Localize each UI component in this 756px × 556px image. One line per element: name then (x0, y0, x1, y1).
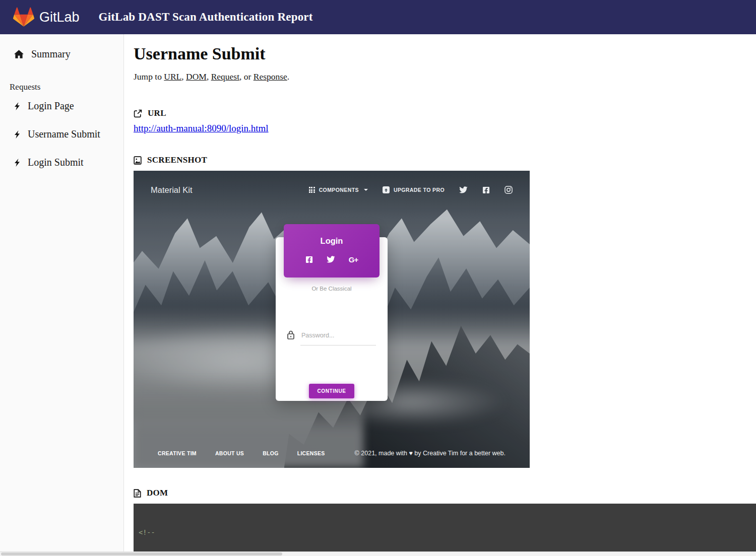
report-title: GitLab DAST Scan Authentication Report (99, 11, 313, 24)
grid-icon (309, 187, 315, 193)
embedded-copyright: © 2021, made with ♥ by Creative Tim for … (355, 450, 506, 457)
sidebar-item-login-page[interactable]: Login Page (0, 100, 123, 112)
jump-link-request[interactable]: Request (211, 72, 239, 82)
file-text-icon (134, 489, 141, 498)
embedded-components-menu: COMPONENTS (309, 187, 368, 193)
screenshot-section-label: SCREENSHOT (147, 155, 207, 165)
dom-section-header: DOM (134, 488, 756, 498)
embedded-login-card: Login G+ Or Be Classical (276, 237, 388, 401)
horizontal-scrollbar[interactable] (0, 551, 756, 556)
dom-code-block[interactable]: <!-- ===================================… (134, 504, 756, 551)
embedded-social-row: G+ (284, 255, 380, 264)
horizontal-scrollbar-thumb[interactable] (1, 552, 282, 555)
embedded-login-title: Login (284, 236, 380, 246)
instagram-icon (505, 186, 513, 194)
sidebar-item-login-submit[interactable]: Login Submit (0, 157, 123, 168)
embedded-upgrade-label: UPGRADE TO PRO (394, 187, 445, 193)
app-header: GitLab GitLab DAST Scan Authentication R… (0, 0, 756, 34)
embedded-footer-link: ABOUT US (215, 450, 244, 456)
twitter-icon (459, 186, 468, 194)
sidebar-item-label: Username Submit (28, 128, 100, 140)
screenshot-section-header: SCREENSHOT (134, 155, 756, 165)
url-section-header: URL (134, 108, 756, 118)
embedded-screenshot-image: Material Kit COMPONENTS UPGRADE TO PRO (134, 171, 530, 468)
facebook-icon (482, 186, 490, 194)
page-title: Username Submit (134, 44, 756, 63)
embedded-continue-button: CONTINUE (309, 384, 354, 398)
sidebar: Summary Requests Login Page Username Sub… (0, 34, 124, 551)
embedded-components-label: COMPONENTS (319, 187, 359, 193)
embedded-footer-links: CREATIVE TIM ABOUT US BLOG LICENSES (158, 450, 325, 456)
jump-links-line: Jump to URL, DOM, Request, or Response. (134, 72, 756, 82)
jump-link-dom[interactable]: DOM (186, 72, 207, 82)
gitlab-wordmark: GitLab (39, 10, 80, 25)
dom-section-label: DOM (147, 488, 168, 498)
embedded-footer-link: BLOG (263, 450, 279, 456)
sidebar-section-requests: Requests (0, 82, 123, 92)
jump-link-response[interactable]: Response (254, 72, 287, 82)
embedded-footer-link: LICENSES (297, 450, 325, 456)
image-icon (134, 156, 142, 165)
embedded-divider-text: Or Be Classical (276, 286, 388, 292)
embedded-brand: Material Kit (151, 185, 193, 195)
sidebar-item-summary[interactable]: Summary (0, 48, 123, 60)
home-icon (14, 50, 24, 58)
embedded-navbar: Material Kit COMPONENTS UPGRADE TO PRO (134, 171, 530, 209)
bolt-icon (14, 130, 20, 139)
bolt-icon (14, 102, 20, 111)
url-section-label: URL (148, 108, 166, 118)
external-link-icon (134, 109, 142, 118)
embedded-upgrade-link: UPGRADE TO PRO (383, 186, 445, 193)
jump-link-url[interactable]: URL (164, 72, 181, 82)
jump-separator: , (207, 72, 211, 82)
jump-suffix: . (287, 72, 289, 82)
jump-separator: , (181, 72, 186, 82)
embedded-footer: CREATIVE TIM ABOUT US BLOG LICENSES © 20… (134, 439, 530, 468)
jump-separator: , or (239, 72, 254, 82)
chevron-down-icon (364, 189, 368, 191)
embedded-nav-right: COMPONENTS UPGRADE TO PRO (309, 186, 513, 194)
jump-prefix: Jump to (134, 72, 164, 82)
embedded-login-card-header: Login G+ (284, 224, 380, 277)
embedded-password-underline (300, 345, 376, 345)
main-content: Username Submit Jump to URL, DOM, Reques… (124, 34, 756, 551)
twitter-icon (327, 256, 335, 263)
lock-icon (287, 330, 295, 340)
code-line: <!-- (139, 528, 756, 537)
facebook-icon (305, 256, 313, 263)
embedded-password-field: Password... (287, 330, 334, 340)
sidebar-item-label: Summary (31, 48, 71, 60)
target-url-link[interactable]: http://auth-manual:8090/login.html (134, 123, 269, 134)
upgrade-icon (383, 186, 390, 193)
sidebar-item-label: Login Submit (28, 157, 84, 168)
sidebar-item-label: Login Page (28, 100, 74, 112)
sidebar-item-username-submit[interactable]: Username Submit (0, 128, 123, 140)
bolt-icon (14, 158, 20, 167)
gitlab-tanuki-logo-icon (13, 7, 34, 27)
embedded-footer-link: CREATIVE TIM (158, 450, 197, 456)
google-plus-icon: G+ (349, 255, 358, 264)
embedded-password-placeholder: Password... (301, 332, 334, 339)
